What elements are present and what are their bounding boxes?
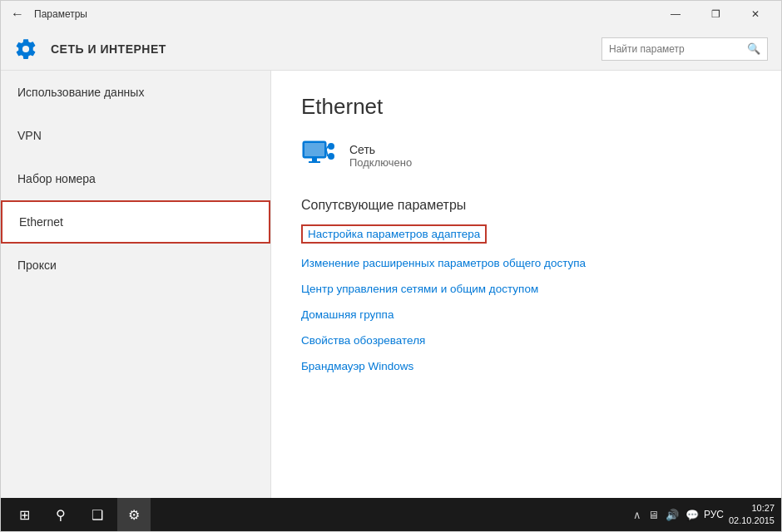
window-controls: — ❐ ✕ bbox=[656, 1, 775, 27]
network-name: Сеть bbox=[349, 143, 412, 156]
svg-rect-1 bbox=[304, 143, 324, 156]
sidebar-item-ethernet[interactable]: Ethernet bbox=[1, 200, 270, 244]
svg-rect-2 bbox=[312, 158, 317, 161]
sidebar-item-vpn[interactable]: VPN bbox=[1, 114, 270, 157]
svg-point-4 bbox=[328, 143, 334, 150]
svg-point-5 bbox=[328, 153, 334, 160]
main-content: Использование данных VPN Набор номера Et… bbox=[1, 71, 781, 498]
network-icon bbox=[301, 140, 338, 171]
sidebar-item-label: VPN bbox=[17, 129, 42, 142]
language-indicator[interactable]: РУС bbox=[704, 509, 724, 520]
adapter-settings-link[interactable]: Настройка параметров адаптера bbox=[301, 224, 487, 244]
taskbar-settings-button[interactable]: ⚙ bbox=[117, 498, 151, 531]
sidebar-item-label: Прокси bbox=[17, 259, 57, 272]
page-title: Ethernet bbox=[301, 94, 751, 120]
taskbar-right: ∧ 🖥 🔊 💬 РУС 10:27 02.10.2015 bbox=[633, 502, 775, 528]
sidebar-item-data-usage[interactable]: Использование данных bbox=[1, 71, 270, 114]
sidebar-item-dialup[interactable]: Набор номера bbox=[1, 157, 270, 200]
title-bar-left: ← Параметры bbox=[7, 4, 87, 24]
window-title: Параметры bbox=[34, 8, 87, 20]
sidebar: Использование данных VPN Набор номера Et… bbox=[1, 71, 271, 498]
settings-gear-icon bbox=[14, 37, 37, 61]
taskbar-search-button[interactable]: ⚲ bbox=[44, 498, 77, 531]
network-tray-icon[interactable]: 🖥 bbox=[648, 509, 659, 521]
network-info: Сеть Подключено bbox=[349, 143, 412, 169]
up-arrow-icon[interactable]: ∧ bbox=[633, 509, 641, 521]
network-status: Подключено bbox=[349, 156, 412, 169]
sidebar-item-label: Набор номера bbox=[17, 172, 96, 185]
restore-button[interactable]: ❐ bbox=[696, 1, 735, 27]
search-box[interactable]: 🔍 bbox=[601, 37, 768, 61]
system-clock[interactable]: 10:27 02.10.2015 bbox=[729, 502, 775, 528]
svg-rect-3 bbox=[309, 161, 320, 163]
network-center-link[interactable]: Центр управления сетями и общим доступом bbox=[301, 283, 538, 295]
taskbar-left: ⊞ ⚲ ❑ ⚙ bbox=[7, 498, 151, 531]
section-heading: Сопутсвующие параметры bbox=[301, 198, 751, 213]
network-card: Сеть Подключено bbox=[301, 140, 751, 171]
home-group-link[interactable]: Домашняя группа bbox=[301, 308, 393, 321]
systray: ∧ 🖥 🔊 💬 bbox=[633, 509, 699, 521]
firewall-link[interactable]: Брандмауэр Windows bbox=[301, 360, 413, 372]
advanced-sharing-link[interactable]: Изменение расширенных параметров общего … bbox=[301, 257, 586, 269]
app-title: СЕТЬ И ИНТЕРНЕТ bbox=[51, 42, 588, 56]
sidebar-item-label: Ethernet bbox=[19, 215, 63, 229]
close-button[interactable]: ✕ bbox=[736, 1, 775, 27]
title-bar: ← Параметры — ❐ ✕ bbox=[1, 1, 781, 27]
taskbar: ⊞ ⚲ ❑ ⚙ ∧ 🖥 🔊 💬 РУС 10:27 02.10.2015 bbox=[1, 498, 781, 531]
message-tray-icon[interactable]: 💬 bbox=[685, 509, 699, 521]
content-panel: Ethernet bbox=[271, 71, 781, 498]
clock-date: 02.10.2015 bbox=[729, 515, 775, 527]
browser-properties-link[interactable]: Свойства обозревателя bbox=[301, 334, 425, 347]
app-header: СЕТЬ И ИНТЕРНЕТ 🔍 bbox=[1, 27, 781, 71]
start-button[interactable]: ⊞ bbox=[7, 498, 41, 531]
back-button[interactable]: ← bbox=[7, 4, 27, 24]
sidebar-item-proxy[interactable]: Прокси bbox=[1, 244, 270, 287]
search-input[interactable] bbox=[609, 43, 747, 55]
main-window: ← Параметры — ❐ ✕ СЕТЬ И ИНТЕРНЕТ 🔍 Испо… bbox=[0, 0, 782, 532]
sidebar-item-label: Использование данных bbox=[17, 86, 144, 99]
minimize-button[interactable]: — bbox=[656, 1, 695, 27]
clock-time: 10:27 bbox=[729, 502, 775, 515]
links-list: Настройка параметров адаптера Изменение … bbox=[301, 224, 751, 384]
task-view-button[interactable]: ❑ bbox=[81, 498, 114, 531]
sound-tray-icon[interactable]: 🔊 bbox=[666, 509, 679, 521]
search-icon: 🔍 bbox=[747, 42, 760, 55]
